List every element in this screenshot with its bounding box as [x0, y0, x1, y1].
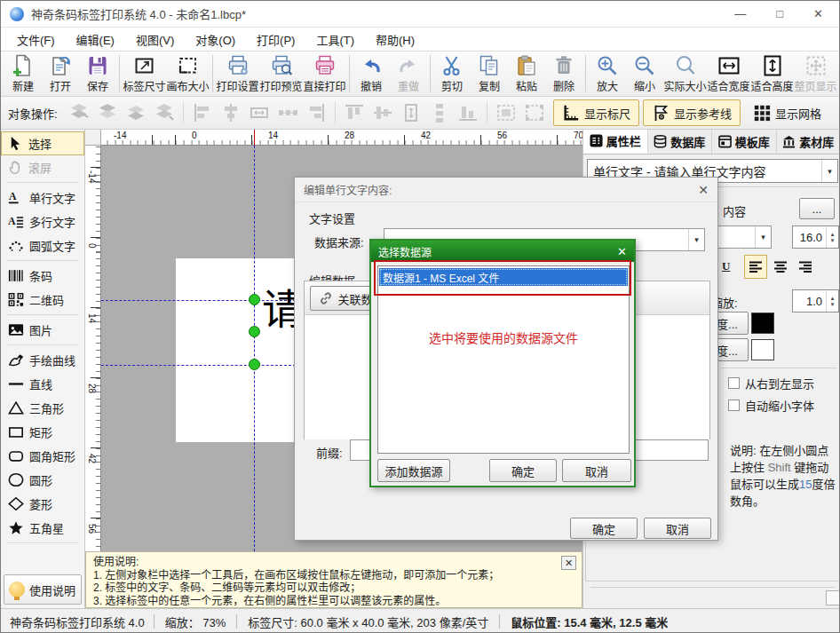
distribute-v-icon[interactable]	[428, 102, 451, 123]
font-size-spinner[interactable]: 16.0 ▴▾	[792, 226, 839, 249]
content-more-button[interactable]: ...	[799, 198, 835, 219]
tool-arc-text[interactable]: 圆弧文字	[1, 233, 84, 257]
align-center-h-icon[interactable]	[219, 102, 242, 123]
menu-edit[interactable]: 编辑(E)	[66, 28, 125, 51]
data-source-list-item-selected[interactable]: 数据源1 - MS Excel 文件	[379, 268, 628, 286]
align-middle-icon[interactable]	[371, 102, 394, 123]
tab-properties[interactable]: 属性栏	[583, 130, 648, 154]
fit-height-button[interactable]: 适合高度	[750, 52, 794, 95]
copy-button[interactable]: 复制	[471, 52, 508, 95]
same-width-icon[interactable]	[248, 102, 271, 123]
direct-print-button[interactable]: 直接打印	[303, 52, 346, 95]
tool-select[interactable]: 选择	[1, 131, 84, 155]
tab-database[interactable]: 数据库	[648, 130, 713, 154]
close-button[interactable]: ✕	[813, 7, 823, 20]
menu-help[interactable]: 帮助(H)	[365, 28, 425, 51]
checkbox-icon[interactable]	[728, 400, 740, 411]
tool-rounded-rectangle[interactable]: 圆角矩形	[1, 444, 84, 468]
tab-materials[interactable]: 素材库	[777, 130, 840, 154]
new-button[interactable]: 新建	[4, 52, 42, 95]
usage-help-button[interactable]: 使用说明	[4, 574, 82, 605]
tool-single-line-text[interactable]: A 单行文字	[1, 186, 84, 210]
add-data-source-button[interactable]: 添加数据源	[377, 459, 450, 482]
selection-handle[interactable]	[249, 294, 260, 305]
tool-rectangle[interactable]: 矩形	[1, 420, 84, 444]
fit-width-button[interactable]: 适合宽度	[707, 52, 750, 95]
bring-to-front-icon[interactable]	[67, 102, 91, 123]
save-button[interactable]: 保存	[79, 52, 116, 95]
align-bottom-icon[interactable]	[456, 102, 479, 123]
tool-freehand-curve[interactable]: 手绘曲线	[1, 348, 84, 372]
send-backward-icon[interactable]	[153, 102, 176, 123]
ungroup-icon[interactable]	[523, 102, 546, 123]
auto-shrink-checkbox-row[interactable]: 自动缩小字体	[728, 397, 814, 414]
tool-pan[interactable]: 滚屏	[1, 155, 84, 179]
group-icon[interactable]	[495, 102, 518, 123]
redo-button[interactable]: 重做	[390, 52, 427, 95]
menu-print[interactable]: 打印(P)	[246, 28, 305, 51]
ds-ok-button[interactable]: 确定	[489, 459, 557, 482]
delete-button[interactable]: 删除	[545, 52, 582, 95]
spinner-arrows-icon[interactable]: ▴▾	[826, 226, 838, 248]
cut-button[interactable]: 剪切	[433, 52, 471, 95]
same-height-icon[interactable]	[400, 102, 423, 123]
selection-handle[interactable]	[249, 326, 260, 337]
align-top-icon[interactable]	[343, 102, 366, 123]
menu-file[interactable]: 文件(F)	[6, 28, 66, 51]
tool-diamond[interactable]: 菱形	[1, 492, 84, 516]
print-setup-button[interactable]: 打印设置	[216, 52, 259, 95]
align-center-button[interactable]	[769, 255, 792, 279]
dialog-close-icon[interactable]: ✕	[698, 183, 709, 197]
distribute-h-icon[interactable]	[276, 102, 299, 123]
tool-line[interactable]: 直线	[1, 372, 84, 396]
rtl-checkbox-row[interactable]: 从右到左显示	[728, 375, 814, 392]
bring-forward-icon[interactable]	[124, 102, 147, 123]
tool-qrcode[interactable]: 二维码	[1, 288, 84, 312]
dialog-ok-button[interactable]: 确定	[570, 518, 638, 539]
zoom-out-button[interactable]: 缩小	[626, 52, 663, 95]
send-to-back-icon[interactable]	[96, 102, 119, 123]
undo-button[interactable]: 撤销	[353, 52, 390, 95]
data-source-list[interactable]: 数据源1 - MS Excel 文件 选中将要使用的数据源文件	[377, 265, 630, 454]
align-right-icon[interactable]	[305, 102, 328, 123]
show-guides-toggle[interactable]: 显示参考线	[643, 99, 741, 126]
help-close-button[interactable]: ✕	[561, 556, 576, 570]
tool-image[interactable]: 图片	[1, 318, 84, 342]
actual-size-button[interactable]: 实际大小	[663, 52, 707, 95]
dialog-cancel-button[interactable]: 取消	[644, 518, 711, 539]
menu-tools[interactable]: 工具(T)	[305, 28, 365, 51]
underline-button[interactable]: U	[722, 259, 730, 273]
text-color-swatch[interactable]	[751, 313, 774, 334]
vertical-scale-spinner[interactable]: 1.0 ▴▾	[792, 289, 839, 313]
print-preview-button[interactable]: 打印预览	[259, 52, 303, 95]
show-grid-toggle[interactable]: 显示网格	[744, 99, 830, 126]
open-button[interactable]: 打开	[42, 52, 79, 95]
tab-templates[interactable]: 模板库	[712, 130, 777, 154]
label-size-button[interactable]: 标签尺寸	[123, 52, 166, 95]
menu-view[interactable]: 视图(V)	[125, 28, 185, 51]
align-left-icon[interactable]	[191, 102, 214, 123]
align-right-button[interactable]	[794, 255, 817, 279]
show-ruler-toggle[interactable]: 显示标尺	[553, 99, 639, 126]
panel-grip[interactable]	[826, 590, 840, 605]
zoom-in-button[interactable]: 放大	[589, 52, 626, 95]
ds-dialog-close-icon[interactable]: ✕	[617, 245, 627, 258]
tool-multi-line-text[interactable]: A 多行文字	[1, 210, 84, 233]
spinner-arrows-icon[interactable]: ▴▾	[826, 290, 838, 312]
minimize-button[interactable]: —	[734, 7, 746, 20]
tool-star[interactable]: 五角星	[1, 516, 84, 540]
align-left-button[interactable]	[744, 255, 767, 279]
background-color-swatch[interactable]	[751, 339, 774, 360]
checkbox-icon[interactable]	[728, 377, 740, 389]
fit-page-button[interactable]: 整页显示	[794, 52, 837, 95]
ds-cancel-button[interactable]: 取消	[562, 459, 631, 482]
paste-button[interactable]: 粘贴	[508, 52, 545, 95]
menu-object[interactable]: 对象(O)	[185, 28, 246, 51]
tool-barcode[interactable]: 条码	[1, 264, 84, 288]
tool-triangle[interactable]: 三角形	[1, 396, 84, 420]
selection-handle[interactable]	[249, 359, 260, 370]
tool-circle[interactable]: 圆形	[1, 468, 84, 492]
status-label-size: 标签尺寸: 60.0 毫米 x 40.0 毫米, 203 像素/英寸	[237, 613, 499, 630]
maximize-button[interactable]: □	[776, 7, 783, 20]
canvas-size-button[interactable]: 画布大小	[166, 52, 210, 95]
